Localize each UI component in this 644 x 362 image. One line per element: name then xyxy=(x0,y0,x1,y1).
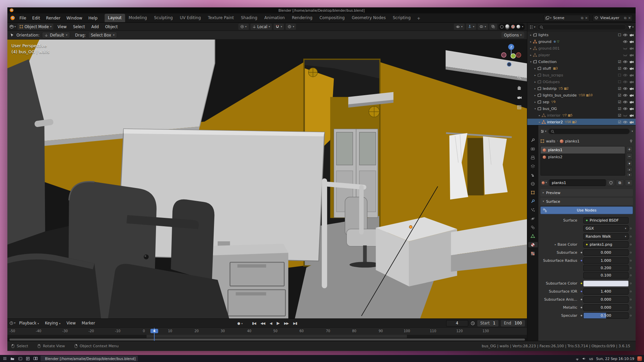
menu-marker[interactable]: Marker xyxy=(79,320,98,326)
exclude-checkbox-icon[interactable]: ☑ xyxy=(618,114,621,117)
subsurface-radius-z-field[interactable]: 0.100 xyxy=(583,272,629,279)
tab-world-properties[interactable] xyxy=(528,181,538,186)
animate-dot[interactable] xyxy=(630,252,632,253)
camera-visibility-icon[interactable] xyxy=(629,67,634,70)
tab-tool-properties[interactable] xyxy=(528,137,538,143)
editor-type-icon[interactable]: ▾ xyxy=(9,24,16,29)
eye-icon[interactable] xyxy=(623,34,628,37)
camera-view-icon[interactable] xyxy=(515,94,523,102)
tab-animation[interactable]: Animation xyxy=(261,14,288,22)
eye-icon[interactable] xyxy=(623,107,628,110)
scene-browse-icon[interactable]: ▾ xyxy=(545,16,551,20)
camera-visibility-icon[interactable] xyxy=(629,80,634,83)
dropdown-caret-icon[interactable]: ▾ xyxy=(522,25,523,28)
menu-keying[interactable]: Keying ▾ xyxy=(43,320,63,326)
scene-name[interactable]: Scene xyxy=(553,16,579,20)
eye-closed-icon[interactable] xyxy=(623,114,628,117)
next-keyframe-button[interactable]: ▶▶ xyxy=(282,321,290,326)
tab-rendering[interactable]: Rendering xyxy=(288,14,316,22)
fake-user-shield-icon[interactable] xyxy=(607,179,615,186)
play-reverse-button[interactable]: ◀ xyxy=(268,321,274,326)
camera-visibility-icon[interactable] xyxy=(629,107,634,110)
shading-material-icon[interactable] xyxy=(511,25,515,28)
taskbar-blender-task[interactable]: Blender [/home/amalie/Desktop/blender/bu… xyxy=(41,356,138,361)
playhead-badge[interactable]: 4 xyxy=(151,329,158,333)
subsurface-color-swatch[interactable] xyxy=(583,281,629,287)
outliner-row-ground[interactable]: ▸ ground ⊕▽ xyxy=(527,38,636,45)
camera-visibility-icon[interactable] xyxy=(629,54,634,57)
surface-shader-dropdown[interactable]: Principled BSDF xyxy=(583,217,629,224)
animate-dot[interactable] xyxy=(630,291,632,292)
disclosure-triangle-icon[interactable]: ▸ xyxy=(533,101,537,104)
animate-dot[interactable] xyxy=(630,307,632,308)
disclosure-triangle-icon[interactable]: ▸ xyxy=(537,114,542,117)
animate-dot[interactable] xyxy=(630,315,632,316)
outliner-row-stuff[interactable]: ▸ stuff ▦3 ☑ xyxy=(527,65,636,72)
animate-dot[interactable] xyxy=(630,236,632,237)
material-name-field[interactable]: planks1 xyxy=(549,179,606,186)
gizmo-negative-z-axis[interactable] xyxy=(507,62,511,66)
eye-icon[interactable] xyxy=(623,60,628,63)
outliner-editor-type-icon[interactable]: ▾ xyxy=(529,25,535,29)
snapping-button[interactable]: ▾ xyxy=(274,23,284,30)
tab-texture-paint[interactable]: Texture Paint xyxy=(205,14,237,22)
exclude-checkbox-icon[interactable]: ☐ xyxy=(618,73,621,77)
exclude-checkbox-icon[interactable]: ☑ xyxy=(618,100,621,104)
properties-search-input[interactable] xyxy=(548,128,630,134)
view-layer-remove-icon[interactable]: × xyxy=(628,16,631,20)
menu-view-timeline[interactable]: View xyxy=(64,320,78,326)
network-icon[interactable] xyxy=(575,357,579,360)
view-layer-new-icon[interactable]: ⧉ xyxy=(624,16,626,20)
browse-material-button[interactable]: ▾ xyxy=(540,179,548,186)
blender-menu-logo-icon[interactable] xyxy=(10,15,15,20)
use-nodes-button[interactable]: Use Nodes xyxy=(540,206,633,214)
disclosure-triangle-icon[interactable]: ▾ xyxy=(529,60,533,63)
camera-visibility-icon[interactable] xyxy=(629,87,634,90)
material-slot-list[interactable]: planks1 planks2 xyxy=(540,146,625,176)
outliner-row-ogdupes[interactable]: ▸ OGdupes ☐ xyxy=(527,78,636,85)
outliner-row-ledstrip[interactable]: ▸ ledstrip ▽5▦2 ☑ xyxy=(527,85,636,92)
camera-visibility-icon[interactable] xyxy=(629,47,634,50)
tab-constraint-properties[interactable] xyxy=(528,225,538,230)
base-color-texture-field[interactable]: planks1.png xyxy=(583,241,629,248)
viewport-3d-scene[interactable] xyxy=(7,40,527,318)
proportional-editing-button[interactable]: ▾ xyxy=(286,23,296,30)
jump-to-end-button[interactable]: ▶▮ xyxy=(291,321,299,326)
tab-layout[interactable]: Layout xyxy=(105,14,125,22)
disclosure-triangle-icon[interactable]: ▸ xyxy=(537,121,542,124)
unlink-material-icon[interactable]: × xyxy=(625,179,633,186)
active-tool-icon[interactable] xyxy=(10,33,14,37)
camera-visibility-icon[interactable] xyxy=(629,114,634,117)
camera-visibility-icon[interactable] xyxy=(629,34,634,37)
animate-dot[interactable] xyxy=(630,260,632,261)
eye-closed-icon[interactable] xyxy=(623,47,628,50)
tab-render-properties[interactable] xyxy=(528,146,538,152)
slot-move-down-button[interactable]: ▾ xyxy=(626,173,633,177)
volume-icon[interactable] xyxy=(582,357,586,360)
add-slot-button[interactable]: + xyxy=(626,146,633,152)
jump-to-start-button[interactable]: ▮◀ xyxy=(250,321,258,326)
play-button[interactable]: ▶ xyxy=(275,320,281,326)
end-frame-field[interactable]: End 100 xyxy=(501,320,525,326)
outliner-row-interior[interactable]: ▸ interior ▽7▦5 ☑ xyxy=(527,112,636,119)
transform-pivot-button[interactable]: ▾ xyxy=(238,23,249,30)
disclosure-triangle-icon[interactable]: ▸ xyxy=(529,40,533,43)
outliner-row-interior2[interactable]: ▸ interior2 ▽16▦2 ☑ xyxy=(527,119,636,125)
object-type-visibility-button[interactable]: ▾ xyxy=(454,23,465,30)
eye-icon[interactable] xyxy=(623,94,628,97)
window-titlebar[interactable]: Blender [/home/amalie/Desktop/blender/bu… xyxy=(7,7,636,13)
disclosure-triangle-icon[interactable]: ▸ xyxy=(529,54,533,57)
exclude-checkbox-icon[interactable]: ☐ xyxy=(618,33,621,37)
material-slot-planks2[interactable]: planks2 xyxy=(541,154,625,161)
scene-new-icon[interactable]: ⧉ xyxy=(581,16,583,20)
menu-playback[interactable]: Playback ▾ xyxy=(17,320,41,326)
disclosure-triangle-icon[interactable]: ▸ xyxy=(529,47,533,50)
tab-physics-properties[interactable] xyxy=(528,216,538,221)
tab-view-layer-properties[interactable] xyxy=(528,164,538,169)
subsurface-radius-x-field[interactable]: 1.000 xyxy=(583,257,629,264)
camera-visibility-icon[interactable] xyxy=(629,121,634,124)
camera-visibility-icon[interactable] xyxy=(629,60,634,63)
menu-object[interactable]: Object xyxy=(103,24,120,30)
camera-visibility-icon[interactable] xyxy=(629,74,634,77)
slot-specials-button[interactable]: ▾ xyxy=(626,160,633,166)
